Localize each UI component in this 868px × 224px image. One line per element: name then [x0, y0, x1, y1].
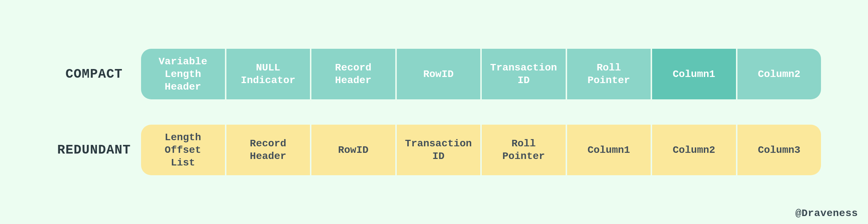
cells-redundant: Length Offset List Record Header RowID T… — [141, 125, 821, 175]
cell-compact-record-header: Record Header — [311, 49, 397, 99]
attribution: @Draveness — [795, 208, 858, 219]
row-label-compact: COMPACT — [47, 67, 141, 82]
cell-compact-rowid: RowID — [397, 49, 482, 99]
cell-compact-null-indicator: NULL Indicator — [226, 49, 312, 99]
cell-redundant-column1: Column1 — [567, 125, 652, 175]
cell-compact-column1: Column1 — [652, 49, 737, 99]
cell-redundant-record-header: Record Header — [226, 125, 312, 175]
cells-compact: Variable Length Header NULL Indicator Re… — [141, 49, 821, 99]
diagram-canvas: COMPACT Variable Length Header NULL Indi… — [0, 0, 868, 224]
cell-compact-transaction-id: Transaction ID — [482, 49, 567, 99]
cell-redundant-column2: Column2 — [652, 125, 737, 175]
cell-redundant-rowid: RowID — [311, 125, 397, 175]
cell-redundant-column3: Column3 — [737, 125, 821, 175]
row-compact: COMPACT Variable Length Header NULL Indi… — [47, 49, 821, 99]
cell-compact-column2: Column2 — [737, 49, 821, 99]
row-label-redundant: REDUNDANT — [47, 143, 141, 158]
cell-compact-variable-length-header: Variable Length Header — [141, 49, 226, 99]
row-redundant: REDUNDANT Length Offset List Record Head… — [47, 125, 821, 175]
cell-redundant-roll-pointer: Roll Pointer — [482, 125, 567, 175]
cell-redundant-length-offset-list: Length Offset List — [141, 125, 226, 175]
cell-redundant-transaction-id: Transaction ID — [397, 125, 482, 175]
cell-compact-roll-pointer: Roll Pointer — [567, 49, 652, 99]
